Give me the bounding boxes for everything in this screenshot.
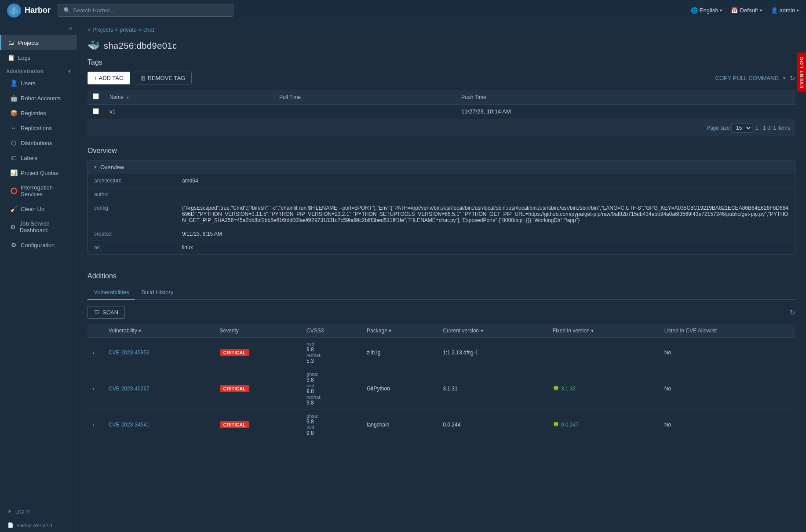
page-title: sha256:dbd9e01c bbox=[104, 41, 177, 51]
cve-link-3[interactable]: CVE-2023-34541 bbox=[109, 422, 150, 428]
sidebar-item-distributions[interactable]: ⬡ Distributions bbox=[3, 135, 77, 150]
sidebar-item-logs[interactable]: 📋 Logs bbox=[0, 50, 77, 65]
default-selector[interactable]: 📅 Default ▾ bbox=[731, 7, 762, 14]
user-menu[interactable]: 👤 admin ▾ bbox=[771, 7, 799, 14]
sidebar-item-light[interactable]: ☀ LIGHT bbox=[0, 505, 77, 518]
page-size-select[interactable]: 15 25 50 bbox=[731, 123, 752, 133]
vuln-allowlist-3: No bbox=[659, 410, 795, 440]
docker-icon: 🐳 bbox=[88, 40, 99, 51]
event-log-tab[interactable]: EVENT LOG bbox=[797, 53, 806, 92]
tags-pagination: Page size 15 25 50 1 - 1 of 1 items bbox=[88, 120, 795, 136]
vulnerabilities-table: Vulnerability ▾ Severity CVSS3 Package ▾… bbox=[88, 324, 795, 440]
projects-icon: 🗂 bbox=[7, 39, 15, 46]
overview-architecture-label: architecture bbox=[88, 174, 176, 187]
user-icon: 👤 bbox=[771, 7, 778, 14]
tag-row-checkbox[interactable] bbox=[93, 108, 99, 114]
sidebar-item-interrogation-services[interactable]: ⭕ Interrogation Services bbox=[3, 180, 77, 201]
vuln-expand-col bbox=[88, 324, 103, 338]
tab-build-history[interactable]: Build History bbox=[135, 285, 179, 300]
registries-icon: 📦 bbox=[10, 109, 17, 117]
name-sort-icon[interactable]: ▾ bbox=[127, 95, 129, 100]
globe-icon: 🌐 bbox=[691, 7, 698, 14]
sidebar-item-labels[interactable]: 🏷 Labels bbox=[3, 150, 77, 165]
sidebar-logs-label: Logs bbox=[18, 55, 30, 61]
vuln-expand-btn-3[interactable]: › bbox=[88, 410, 103, 440]
vuln-cvss3-2: ghsa: 9.8 nvd: 9.8 redhat: 9.8 bbox=[301, 368, 361, 410]
vuln-package-2: GitPython bbox=[361, 368, 438, 410]
additions-section-title: Additions bbox=[88, 269, 795, 280]
vuln-vulnerability-header: Vulnerability ▾ bbox=[103, 324, 215, 338]
search-icon: 🔍 bbox=[63, 7, 70, 14]
sidebar-item-projects[interactable]: 🗂 Projects bbox=[0, 35, 77, 50]
tags-table: Name ▾ Pull Time Push Time v1 1 bbox=[88, 90, 795, 120]
expand-icon-3[interactable]: › bbox=[93, 422, 95, 428]
vuln-sort-icon[interactable]: ▾ bbox=[139, 328, 141, 334]
cvss3-ghsa-value-3: 9.8 bbox=[306, 419, 356, 425]
vuln-refresh-icon[interactable]: ↻ bbox=[790, 309, 795, 316]
distributions-label: Distributions bbox=[21, 140, 52, 146]
overview-panel-header[interactable]: ▾ Overview bbox=[88, 160, 795, 174]
fixed-version-sort-icon[interactable]: ▾ bbox=[591, 328, 594, 334]
sidebar-item-api[interactable]: 📄 Harbor API V2.0 bbox=[0, 518, 77, 532]
sidebar-item-project-quotas[interactable]: 📊 Project Quotas bbox=[3, 165, 77, 180]
cve-link-2[interactable]: CVE-2023-40267 bbox=[109, 386, 150, 392]
breadcrumb-projects[interactable]: < Projects bbox=[88, 26, 113, 33]
overview-created-value: 9/11/23, 8:15 AM bbox=[176, 227, 795, 240]
expand-icon-2[interactable]: › bbox=[93, 386, 95, 392]
tags-select-all-col bbox=[88, 90, 104, 105]
overview-created-label: created bbox=[88, 227, 176, 240]
language-selector[interactable]: 🌐 English ▾ bbox=[691, 7, 722, 14]
expand-icon-1[interactable]: › bbox=[93, 350, 95, 356]
configuration-icon: ⚙ bbox=[10, 241, 17, 248]
add-tag-button[interactable]: + ADD TAG bbox=[88, 72, 130, 84]
configuration-label: Configuration bbox=[21, 242, 55, 248]
search-bar[interactable]: 🔍 Search Harbor... bbox=[58, 4, 233, 17]
sidebar-item-clean-up[interactable]: 🧹 Clean Up bbox=[3, 201, 77, 216]
sidebar-item-robot-accounts[interactable]: 🤖 Robot Accounts bbox=[3, 91, 77, 106]
cleanup-label: Clean Up bbox=[21, 206, 44, 212]
breadcrumb-private[interactable]: < private bbox=[115, 26, 137, 33]
cvss3-nvd-1: nvd: bbox=[306, 341, 356, 346]
copy-pull-label: COPY PULL COMMAND bbox=[715, 75, 779, 81]
tab-vulnerabilities[interactable]: Vulnerabilities bbox=[88, 285, 135, 300]
additions-tabs: Vulnerabilities Build History bbox=[88, 285, 795, 300]
table-row: › CVE-2023-34541 CRITICAL ghsa: 9.8 nvd:… bbox=[88, 410, 795, 440]
app-logo[interactable]: ⚓ Harbor bbox=[7, 4, 51, 18]
vuln-expand-btn-2[interactable]: › bbox=[88, 368, 103, 410]
breadcrumb-chat[interactable]: < chat bbox=[139, 26, 154, 33]
api-icon: 📄 bbox=[7, 522, 14, 528]
vuln-cve-3: CVE-2023-34541 bbox=[103, 410, 215, 440]
sidebar-collapse-button[interactable]: « bbox=[69, 25, 72, 32]
sidebar-item-replications[interactable]: ↔ Replications bbox=[3, 120, 77, 135]
cve-link-1[interactable]: CVE-2023-45853 bbox=[109, 350, 150, 356]
vuln-severity-header: Severity bbox=[215, 324, 302, 338]
search-placeholder: Search Harbor... bbox=[73, 7, 115, 14]
sidebar-item-job-service-dashboard[interactable]: ⚙ Job Service Dashboard bbox=[3, 216, 77, 237]
scan-label: SCAN bbox=[102, 309, 118, 316]
sidebar-item-users[interactable]: 👤 Users bbox=[3, 76, 77, 91]
cvss3-ghsa-label-3: ghsa: bbox=[306, 413, 356, 419]
refresh-icon[interactable]: ↻ bbox=[790, 74, 795, 82]
sidebar-administration-section[interactable]: Administration ▾ bbox=[0, 65, 77, 76]
cvss3-redhat-value-1: 5.3 bbox=[306, 358, 356, 364]
job-service-label: Job Service Dashboard bbox=[20, 220, 70, 233]
overview-os-value: linux bbox=[176, 241, 795, 254]
package-sort-icon[interactable]: ▾ bbox=[389, 328, 391, 334]
tags-select-all-checkbox[interactable] bbox=[93, 93, 99, 99]
vuln-expand-btn-1[interactable]: › bbox=[88, 338, 103, 368]
sidebar-item-registries[interactable]: 📦 Registries bbox=[3, 106, 77, 120]
overview-chevron-icon: ▾ bbox=[94, 164, 97, 170]
table-row: v1 11/27/23, 10:14 AM bbox=[88, 105, 795, 120]
remove-tag-button[interactable]: 🗑 REMOVE TAG bbox=[134, 72, 192, 84]
tags-push-time-header: Push Time bbox=[456, 90, 795, 105]
labels-label: Labels bbox=[21, 155, 37, 161]
vuln-header-row: Vulnerability ▾ Severity CVSS3 Package ▾… bbox=[88, 324, 795, 338]
current-version-sort-icon[interactable]: ▾ bbox=[481, 328, 483, 334]
cvss3-ghsa-value-2: 9.8 bbox=[306, 377, 356, 383]
overview-config-value: {"ArgsEscaped":true,"Cmd":["/bin/sh","-c… bbox=[176, 201, 795, 227]
copy-pull-command-button[interactable]: COPY PULL COMMAND ▾ ↻ bbox=[715, 74, 795, 82]
overview-row-config: config {"ArgsEscaped":true,"Cmd":["/bin/… bbox=[88, 201, 795, 227]
sidebar-item-configuration[interactable]: ⚙ Configuration bbox=[3, 237, 77, 252]
scan-button[interactable]: 🛡 SCAN bbox=[88, 306, 125, 319]
chevron-down-icon-copy: ▾ bbox=[783, 76, 785, 80]
